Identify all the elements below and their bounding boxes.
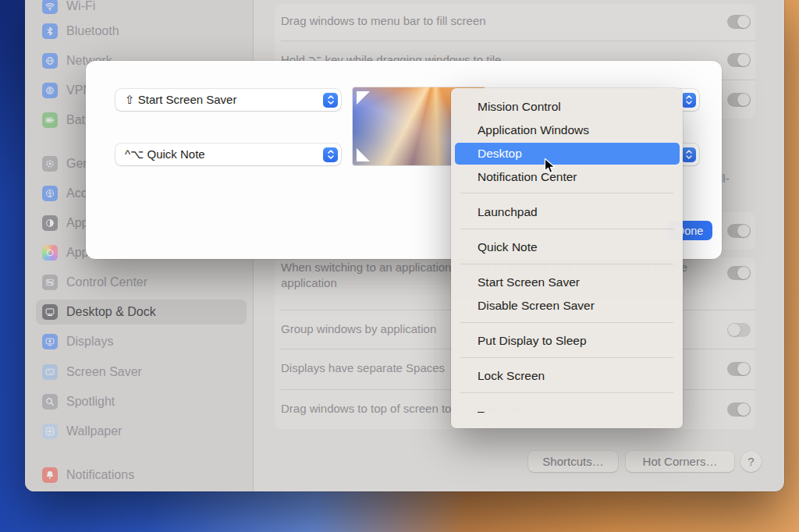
bluetooth-icon — [42, 23, 58, 39]
appearance-icon — [42, 215, 58, 231]
stepper-icon — [323, 93, 338, 108]
sidebar-item-label: Bluetooth — [66, 24, 119, 38]
wallpaper-icon — [42, 424, 58, 439]
stepper-icon — [323, 147, 338, 162]
toggle-hidden-row[interactable] — [727, 93, 751, 107]
vpn-icon — [42, 83, 58, 98]
sidebar-item-label: Wallpaper — [66, 424, 122, 438]
battery-icon — [42, 112, 58, 128]
toggle-hidden-row[interactable] — [727, 224, 751, 238]
siri-icon — [42, 245, 58, 261]
control-center-icon — [42, 275, 58, 290]
menu-item-quick-note[interactable]: Quick Note — [451, 236, 683, 258]
sidebar-item-label: Control Center — [66, 275, 147, 289]
setting-label: Group windows by application — [281, 322, 436, 335]
toggle-knob — [737, 94, 750, 106]
toggle-drag-to-menu-bar[interactable] — [727, 15, 751, 29]
menu-item-disable-screen-saver[interactable]: Disable Screen Saver — [451, 295, 683, 317]
corner-select-bottom-left[interactable]: ^⌥ Quick Note — [115, 144, 341, 165]
network-icon — [42, 53, 58, 69]
menu-separator — [460, 193, 673, 193]
toggle-knob — [737, 403, 750, 416]
toggle-drag-top-mission-control[interactable] — [727, 403, 751, 417]
menu-item-none[interactable]: – — [451, 400, 683, 422]
menu-item-start-screen-saver[interactable]: Start Screen Saver — [451, 271, 683, 293]
sidebar-item-spotlight[interactable]: Spotlight — [42, 389, 243, 414]
menu-item-mission-control[interactable]: Mission Control — [451, 96, 683, 118]
menu-item-put-display-to-sleep[interactable]: Put Display to Sleep — [451, 330, 683, 352]
toggle-separate-spaces[interactable] — [727, 362, 751, 376]
shortcuts-button[interactable]: Shortcuts… — [528, 451, 618, 472]
notifications-icon — [42, 467, 58, 483]
stepper-icon — [681, 93, 696, 108]
sidebar-item-desktop-dock[interactable]: Desktop & Dock — [36, 300, 247, 325]
screen-saver-icon — [42, 364, 58, 380]
shortcuts-button-label: Shortcuts… — [542, 455, 603, 468]
sidebar-item-label: Displays — [66, 335, 113, 349]
desktop-wallpaper: Wi-Fi Bluetooth Network VPN Battery Gene… — [0, 0, 799, 532]
sidebar-item-screen-saver[interactable]: Screen Saver — [42, 360, 243, 385]
menu-separator — [460, 229, 673, 229]
corner-marker-bottom-left — [357, 148, 370, 161]
sidebar-item-notifications[interactable]: Notifications — [42, 463, 243, 488]
sidebar-item-displays[interactable]: Displays — [42, 329, 243, 354]
sidebar-item-control-center[interactable]: Control Center — [42, 270, 243, 295]
toggle-knob — [737, 267, 750, 279]
gear-icon — [42, 156, 58, 172]
mouse-cursor — [544, 158, 556, 179]
toggle-hold-option-tile[interactable] — [727, 53, 751, 67]
toggle-knob — [737, 363, 750, 375]
menu-item-launchpad[interactable]: Launchpad — [451, 201, 683, 223]
toggle-knob — [737, 225, 750, 237]
sidebar-item-label: Notifications — [66, 468, 134, 482]
row-separator — [281, 41, 755, 41]
help-button[interactable]: ? — [740, 451, 762, 472]
setting-label: Displays have separate Spaces — [281, 361, 445, 374]
displays-icon — [42, 334, 58, 349]
toggle-knob — [737, 16, 750, 28]
sidebar-item-label: Wi-Fi — [66, 0, 95, 13]
menu-item-lock-screen[interactable]: Lock Screen — [451, 365, 683, 387]
system-settings-window: Wi-Fi Bluetooth Network VPN Battery Gene… — [25, 0, 784, 491]
toggle-switch-to-space[interactable] — [727, 266, 751, 280]
spotlight-icon — [42, 394, 58, 410]
toggle-knob — [737, 54, 750, 66]
menu-separator — [460, 392, 673, 393]
corner-marker-top-left — [357, 91, 370, 105]
menu-separator — [460, 264, 673, 264]
toggle-group-windows[interactable] — [727, 323, 751, 337]
hot-corners-button[interactable]: Hot Corners… — [626, 451, 734, 472]
corner-select-value: ^⌥ Quick Note — [125, 147, 205, 161]
toggle-knob — [728, 324, 740, 336]
sidebar-item-wallpaper[interactable]: Wallpaper — [42, 419, 243, 444]
setting-label: Drag windows to menu bar to fill screen — [281, 14, 486, 27]
help-icon: ? — [748, 455, 754, 468]
sidebar-item-bluetooth[interactable]: Bluetooth — [42, 19, 243, 44]
menu-item-desktop[interactable]: Desktop — [455, 143, 680, 165]
sidebar-item-wifi[interactable]: Wi-Fi — [42, 0, 243, 19]
corner-select-top-left[interactable]: ⇧ Start Screen Saver — [115, 89, 341, 111]
menu-separator — [460, 322, 673, 323]
menu-item-notification-center[interactable]: Notification Center — [451, 166, 683, 188]
desktop-dock-icon — [42, 304, 58, 320]
corner-action-menu: Mission Control Application Windows Desk… — [451, 88, 683, 428]
wifi-icon — [42, 0, 58, 14]
stepper-icon — [681, 147, 696, 162]
sidebar-item-label: Spotlight — [66, 395, 115, 409]
sidebar-item-label: Screen Saver — [66, 365, 142, 379]
sidebar-item-label: Desktop & Dock — [66, 305, 156, 319]
hot-corners-button-label: Hot Corners… — [643, 455, 718, 468]
menu-separator — [460, 357, 673, 358]
accessibility-icon — [42, 186, 58, 201]
menu-item-application-windows[interactable]: Application Windows — [451, 119, 683, 141]
corner-select-value: ⇧ Start Screen Saver — [125, 93, 236, 107]
